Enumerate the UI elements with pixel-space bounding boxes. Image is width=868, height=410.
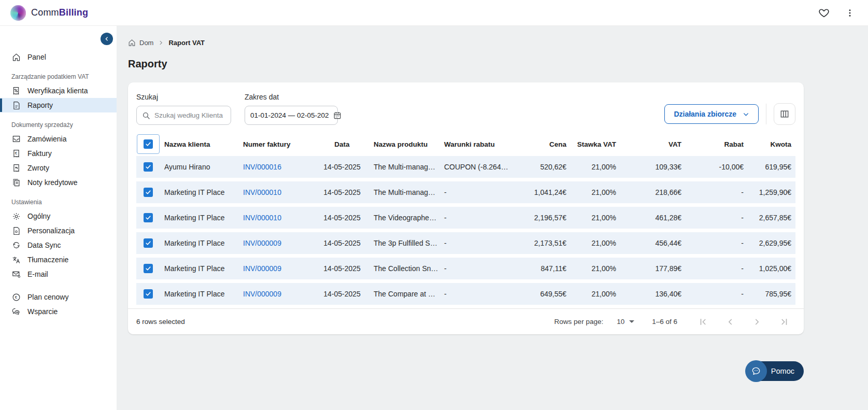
cell-product: The Multi-manag… [369, 163, 440, 171]
column-header-client[interactable]: Nazwa klienta [160, 140, 239, 148]
cell-vat-rate: 21,00% [571, 214, 620, 222]
sidebar-item-label: Wsparcie [27, 307, 58, 316]
manage-columns-button[interactable] [774, 103, 795, 125]
row-checkbox[interactable] [144, 238, 153, 248]
sidebar-section-vat: Zarządzanie podatkiem VAT [0, 73, 117, 80]
svg-text:€: € [15, 151, 17, 155]
cell-date: 14-05-2025 [315, 188, 369, 196]
date-range-field[interactable]: 01-01-2024 — 02-05-202 [245, 106, 338, 125]
cell-amount: 1,259,90€ [748, 188, 795, 196]
invoice-link[interactable]: INV/000010 [243, 214, 281, 222]
bulk-actions-button[interactable]: Działania zbiorcze [664, 104, 759, 124]
cell-amount: 1,025,00€ [748, 264, 795, 273]
cell-client: Marketing IT Place [160, 214, 239, 222]
page-title: Raporty [128, 58, 868, 70]
column-header-discount-terms[interactable]: Warunki rabatu [440, 140, 513, 148]
column-header-price[interactable]: Cena [513, 140, 571, 148]
date-range-label: Zakres dat [245, 93, 338, 101]
sidebar-item-label: Personalizacja [27, 227, 75, 235]
cell-date: 14-05-2025 [315, 214, 369, 222]
cell-discount: - [686, 188, 748, 196]
table-row: Marketing IT Place INV/000010 14-05-2025… [136, 181, 795, 203]
sidebar-item-zamowienia[interactable]: Zamówienia [0, 132, 117, 146]
column-header-vat-rate[interactable]: Stawka VAT [571, 140, 620, 148]
cell-amount: 2,657,85€ [748, 214, 795, 222]
favorites-heart-icon[interactable] [818, 7, 830, 19]
calendar-icon [333, 111, 341, 120]
sidebar-item-label: Plan cenowy [27, 293, 68, 301]
cell-discount-terms: - [440, 264, 513, 273]
date-range-value: 01-01-2024 — 02-05-202 [250, 111, 329, 119]
column-header-vat[interactable]: VAT [620, 140, 686, 148]
last-page-button[interactable] [776, 317, 792, 327]
row-checkbox[interactable] [144, 264, 153, 273]
chevron-down-icon [743, 111, 749, 118]
row-checkbox[interactable] [144, 188, 153, 197]
row-checkbox[interactable] [144, 162, 153, 172]
sidebar-item-weryfikacja-klienta[interactable]: Weryfikacja klienta [0, 83, 117, 98]
select-all-checkbox[interactable] [144, 139, 153, 149]
sidebar-item-label: Ogólny [27, 212, 50, 220]
sidebar-item-plan-cenowy[interactable]: € Plan cenowy [0, 290, 117, 304]
pagination-controls: Rows per page: 10 1–6 of 6 [554, 317, 792, 327]
search-input[interactable] [154, 111, 225, 119]
rows-per-page-select[interactable]: 10 [617, 318, 634, 326]
sidebar-item-zwroty[interactable]: Zwroty [0, 161, 117, 175]
next-page-button[interactable] [749, 317, 765, 327]
sidebar-item-label: Raporty [27, 101, 53, 109]
cell-vat-rate: 21,00% [571, 264, 620, 273]
cell-discount-terms: - [440, 214, 513, 222]
cell-discount: - [686, 239, 748, 247]
invoice-link[interactable]: INV/000016 [243, 163, 281, 171]
previous-page-button[interactable] [722, 317, 738, 327]
cell-discount: - [686, 290, 748, 298]
sidebar-item-wsparcie[interactable]: Wsparcie [0, 304, 117, 319]
kebab-menu-icon[interactable] [845, 8, 855, 18]
cell-vat: 456,44€ [620, 239, 686, 247]
row-checkbox[interactable] [144, 213, 153, 222]
sidebar-item-faktury[interactable]: € Faktury [0, 146, 117, 161]
column-header-date[interactable]: Data [315, 140, 369, 148]
invoice-link[interactable]: INV/000009 [243, 264, 281, 273]
date-range-filter: Zakres dat 01-01-2024 — 02-05-202 [245, 93, 338, 125]
sidebar-item-label: E-mail [27, 270, 48, 278]
sidebar-item-tlumaczenie[interactable]: Tłumaczenie [0, 252, 117, 267]
breadcrumb-home-link[interactable]: Dom [128, 39, 153, 47]
sidebar-section-dokumenty: Dokumenty sprzedaży [0, 121, 117, 129]
cell-discount: - [686, 214, 748, 222]
help-button[interactable]: Pomoc [747, 361, 804, 381]
invoice-link[interactable]: INV/000009 [243, 239, 281, 247]
sidebar-item-personalizacja[interactable]: Personalizacja [0, 223, 117, 238]
sidebar-item-email[interactable]: E-mail [0, 267, 117, 281]
column-header-amount[interactable]: Kwota [748, 140, 795, 148]
sidebar-item-data-sync[interactable]: Data Sync [0, 238, 117, 252]
receipt-percent-icon [11, 87, 21, 95]
sidebar-item-label: Weryfikacja klienta [27, 87, 88, 95]
return-receipt-icon [11, 164, 21, 173]
cell-amount: 785,95€ [748, 290, 795, 298]
sidebar-item-panel[interactable]: Panel [0, 50, 117, 64]
brand-name: CommBilling [31, 7, 88, 18]
main-content: Dom Raport VAT Raporty Szukaj Zakres dat [117, 26, 868, 410]
table-row: Marketing IT Place INV/000010 14-05-2025… [136, 207, 795, 229]
invoice-link[interactable]: INV/000010 [243, 188, 281, 196]
column-header-product[interactable]: Nazwa produktu [369, 140, 440, 148]
cell-price: 1,041,24€ [513, 188, 571, 196]
sidebar-gap [0, 281, 117, 290]
sidebar-collapse-button[interactable] [101, 33, 113, 45]
sidebar-item-noty-kredytowe[interactable]: Noty kredytowe [0, 175, 117, 190]
cell-date: 14-05-2025 [315, 163, 369, 171]
cell-product: The Multi-manag… [369, 188, 440, 196]
column-header-invoice[interactable]: Numer faktury [239, 140, 315, 148]
sidebar-item-raporty[interactable]: Raporty [0, 98, 117, 112]
row-checkbox[interactable] [144, 289, 153, 299]
cell-product: The Collection Sn… [369, 264, 440, 273]
document-icon [11, 101, 21, 110]
sidebar-item-ogolny[interactable]: Ogólny [0, 209, 117, 223]
page-range-text: 1–6 of 6 [652, 318, 677, 326]
brand-logo-icon [10, 5, 26, 21]
column-header-discount[interactable]: Rabat [686, 140, 748, 148]
first-page-button[interactable] [695, 317, 712, 327]
search-field[interactable] [136, 106, 231, 125]
invoice-link[interactable]: INV/000009 [243, 290, 281, 298]
